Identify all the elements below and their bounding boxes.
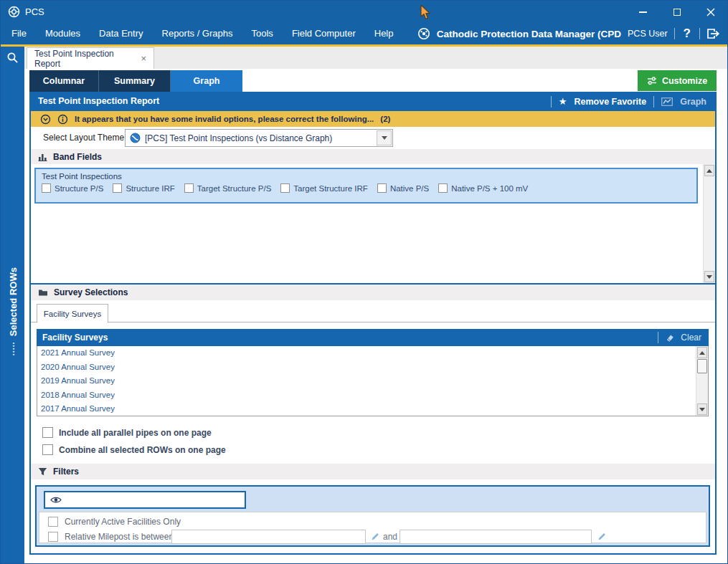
milepost-start-input[interactable]	[171, 530, 366, 544]
target-structure-irf-option: Target Structure IRF	[280, 183, 368, 193]
search-button[interactable]	[1, 47, 24, 69]
survey-tab-row: Facility Surveys	[31, 303, 715, 322]
main-content: Columnar Summary Graph Customize Test Po…	[24, 69, 727, 563]
tab-graph[interactable]: Graph	[171, 70, 242, 92]
structure-irf-checkbox[interactable]	[113, 183, 122, 193]
separator	[658, 332, 658, 343]
list-item-survey-2020[interactable]: 2020 Annual Survey	[37, 360, 708, 375]
search-icon	[6, 52, 19, 64]
menu-reports-graphs[interactable]: Reports / Graphs	[153, 23, 242, 44]
band-fields-scrollbar[interactable]	[703, 164, 715, 283]
list-item-survey-2021[interactable]: 2021 Annual Survey	[37, 346, 708, 360]
graph-button[interactable]: Graph	[680, 97, 706, 107]
app-title: Cathodic Protection Data Manager (CPD	[437, 29, 621, 39]
customize-label: Customize	[662, 76, 707, 86]
currently-active-checkbox[interactable]	[48, 517, 58, 527]
clear-button[interactable]: Clear	[681, 333, 701, 343]
circle-chevron-down-icon	[40, 114, 51, 125]
target-structure-irf-checkbox[interactable]	[280, 183, 290, 193]
document-tab-close-icon[interactable]: ×	[141, 54, 146, 63]
include-parallel-checkbox[interactable]	[42, 427, 53, 438]
window-controls	[626, 1, 727, 23]
combine-rows-option: Combine all selected ROWs on one page	[42, 444, 226, 455]
pencil-icon	[597, 532, 607, 541]
sliders-icon	[647, 77, 657, 85]
tab-facility-surveys[interactable]: Facility Surveys	[37, 304, 108, 323]
list-item-survey-2017[interactable]: 2017 Annual Survey	[37, 402, 708, 416]
filters-title: Filters	[53, 467, 79, 477]
logout-button[interactable]	[706, 28, 720, 39]
filter-search-input[interactable]	[66, 492, 245, 507]
info-icon	[57, 114, 68, 125]
menu-right-cluster: Cathodic Protection Data Manager (CPD PC…	[417, 23, 720, 44]
menu-file[interactable]: File	[2, 23, 36, 44]
menu-tools[interactable]: Tools	[242, 23, 283, 44]
layout-theme-value: [PCS] Test Point Inspections (vs Distanc…	[145, 133, 372, 143]
target-structure-irf-label: Target Structure IRF	[293, 184, 368, 193]
bar-chart-icon	[38, 153, 47, 161]
scroll-down-button[interactable]	[697, 403, 707, 415]
window-title: PCS	[25, 1, 44, 23]
close-icon	[706, 8, 715, 16]
menu-modules[interactable]: Modules	[36, 23, 90, 44]
arrow-up-icon	[706, 169, 712, 173]
milepost-end-input[interactable]	[400, 530, 592, 544]
report-panel: Test Point Inspection Report ★ Remove Fa…	[29, 92, 717, 555]
scroll-up-button[interactable]	[697, 347, 707, 358]
layout-theme-label: Select Layout Theme	[43, 127, 124, 149]
menu-data-entry[interactable]: Data Entry	[90, 23, 152, 44]
scroll-up-button[interactable]	[704, 165, 714, 176]
milepost-row: Relative Milepost is between and	[39, 530, 706, 544]
native-ps-label: Native P/S	[390, 184, 429, 193]
eraser-icon	[665, 333, 674, 342]
list-item-survey-2019[interactable]: 2019 Annual Survey	[37, 374, 708, 388]
target-structure-ps-label: Target Structure P/S	[197, 184, 272, 193]
edit-end-button[interactable]	[597, 532, 607, 541]
survey-selections-header[interactable]: Survey Selections	[31, 285, 715, 300]
milepost-checkbox[interactable]	[48, 532, 58, 542]
left-sidebar: ••••• Selected ROWs	[1, 47, 24, 563]
maximize-button[interactable]	[660, 1, 694, 23]
scroll-down-button[interactable]	[704, 271, 714, 282]
customize-button[interactable]: Customize	[638, 70, 717, 91]
eye-icon	[50, 496, 62, 504]
menu-help[interactable]: Help	[365, 23, 403, 44]
menu-field-computer[interactable]: Field Computer	[283, 23, 365, 44]
help-button[interactable]: ?	[681, 27, 693, 41]
arrow-down-icon	[699, 408, 705, 411]
facility-surveys-title: Facility Surveys	[42, 329, 108, 346]
list-item-survey-2018[interactable]: 2018 Annual Survey	[37, 388, 708, 403]
tab-summary[interactable]: Summary	[99, 70, 171, 92]
tab-columnar[interactable]: Columnar	[29, 70, 99, 92]
scrollbar-thumb[interactable]	[697, 359, 707, 373]
native-ps-checkbox[interactable]	[377, 183, 387, 193]
dropdown-open-button[interactable]	[377, 130, 392, 145]
close-button[interactable]	[694, 1, 727, 23]
group-title: Test Point Inspections	[36, 169, 696, 181]
warning-message: It appears that you have some invalid op…	[75, 115, 374, 123]
edit-start-button[interactable]	[371, 532, 380, 541]
native-ps-100mv-checkbox[interactable]	[438, 183, 448, 193]
toolbar-actions: ★ Remove Favorite Graph	[551, 92, 706, 111]
target-structure-ps-option: Target Structure P/S	[184, 183, 272, 193]
combine-rows-checkbox[interactable]	[42, 444, 53, 455]
arrow-down-icon	[706, 275, 712, 279]
collapse-warning-button[interactable]	[40, 114, 51, 125]
page-options: Include all parallel pipes on one page C…	[31, 420, 715, 464]
structure-ps-checkbox[interactable]	[42, 183, 51, 193]
warning-bar: It appears that you have some invalid op…	[31, 111, 715, 127]
facility-surveys-list: 2021 Annual Survey 2020 Annual Survey 20…	[37, 346, 709, 416]
separator	[551, 96, 552, 107]
filter-visibility-box[interactable]	[44, 491, 246, 509]
band-field-checkboxes: Structure P/S Structure IRF Target Struc…	[36, 183, 696, 193]
document-tab[interactable]: Test Point Inspection Report ×	[27, 47, 154, 69]
band-fields-header[interactable]: Band Fields	[31, 149, 715, 164]
grip-dots-icon: •••••	[11, 341, 16, 355]
layout-theme-dropdown[interactable]: [PCS] Test Point Inspections (vs Distanc…	[125, 129, 393, 147]
facility-surveys-scrollbar[interactable]	[696, 346, 708, 416]
selected-rows-panel-tab[interactable]: ••••• Selected ROWs	[1, 265, 25, 358]
target-structure-ps-checkbox[interactable]	[184, 183, 194, 193]
filters-header[interactable]: Filters	[31, 464, 715, 479]
remove-favorite-button[interactable]: Remove Favorite	[574, 97, 646, 107]
minimize-button[interactable]	[626, 1, 660, 23]
